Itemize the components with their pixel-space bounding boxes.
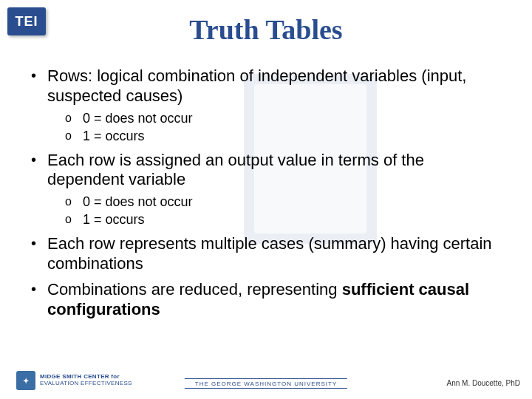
bullet-item: Each row represents multiple cases (summ… [31,234,501,274]
sub-bullet-item: 1 = occurs [47,129,501,145]
sub-bullet-text: 1 = occurs [83,129,145,143]
midge-smith-text: MIDGE SMITH CENTER for EVALUATION EFFECT… [40,374,132,387]
sub-bullet-text: 1 = occurs [83,212,145,227]
sub-bullet-item: 0 = does not occur [47,111,501,127]
bullet-text-prefix: Combinations are reduced, representing [47,280,342,299]
bullet-list: Rows: logical combination of independent… [31,66,501,319]
footer-left-line2: EVALUATION EFFECTIVENESS [40,381,132,387]
sub-bullet-list: 0 = does not occur 1 = occurs [47,111,501,145]
slide-content: Rows: logical combination of independent… [31,66,501,325]
bullet-item: Combinations are reduced, representing s… [31,280,501,320]
midge-smith-icon: ✦ [16,371,35,390]
sub-bullet-item: 0 = does not occur [47,194,501,211]
footer-center-university: THE GEORGE WASHINGTON UNIVERSITY [185,378,347,389]
slide-footer: ✦ MIDGE SMITH CENTER for EVALUATION EFFE… [0,362,532,393]
bullet-item: Each row is assigned an output value in … [31,151,501,229]
slide-title: Truth Tables [0,13,532,46]
footer-right-author: Ann M. Doucette, PhD [447,379,521,387]
bullet-item: Rows: logical combination of independent… [31,66,501,145]
sub-bullet-text: 0 = does not occur [83,111,193,126]
author-name: Ann M. Doucette, PhD [447,379,521,387]
bullet-text: Each row is assigned an output value in … [47,151,424,189]
sub-bullet-item: 1 = occurs [47,212,501,228]
bullet-text: Each row represents multiple cases (summ… [47,234,492,273]
sub-bullet-text: 0 = does not occur [83,194,193,209]
footer-left-logo: ✦ MIDGE SMITH CENTER for EVALUATION EFFE… [16,371,132,390]
sub-bullet-list: 0 = does not occur 1 = occurs [47,194,501,228]
bullet-text: Rows: logical combination of independent… [47,66,466,105]
